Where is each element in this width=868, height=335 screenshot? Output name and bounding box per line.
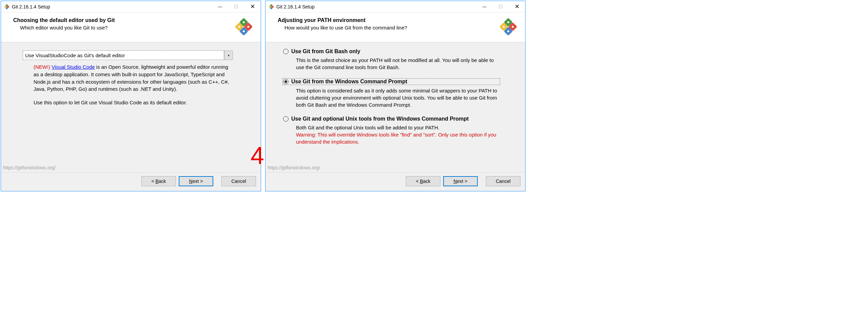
- new-tag: (NEW!): [34, 64, 50, 70]
- git-logo-icon: [234, 17, 254, 37]
- minimize-button[interactable]: —: [212, 1, 228, 12]
- step-number-overlay: 4: [251, 143, 264, 168]
- radio-option-bash-only[interactable]: Use Git from Git Bash only This is the s…: [283, 48, 500, 71]
- titlebar[interactable]: Git 2.16.1.4 Setup — ☐ ✕: [265, 1, 525, 13]
- footer-url[interactable]: https://gitforwindows.org/: [265, 164, 525, 172]
- minimize-button[interactable]: —: [476, 1, 493, 12]
- button-row: < Back Next > Cancel: [265, 172, 525, 191]
- back-button[interactable]: < Back: [406, 176, 440, 186]
- next-button[interactable]: Next >: [179, 176, 213, 186]
- window-title: Git 2.16.1.4 Setup: [276, 4, 476, 9]
- button-row: < Back Next > Cancel: [1, 172, 261, 191]
- radio-description: This option is considered safe as it onl…: [283, 87, 500, 108]
- radio-label: Use Git from the Windows Command Prompt: [291, 79, 407, 85]
- cancel-button[interactable]: Cancel: [486, 176, 520, 186]
- titlebar[interactable]: Git 2.16.1.4 Setup — ☐ ✕: [1, 1, 261, 13]
- back-button[interactable]: < Back: [141, 176, 176, 186]
- editor-combobox[interactable]: Use VisualStudioCode as Git's default ed…: [23, 50, 233, 60]
- radio-icon[interactable]: [283, 49, 289, 54]
- cancel-button[interactable]: Cancel: [221, 176, 256, 186]
- dialog-step-4: Git 2.16.1.4 Setup — ☐ ✕ Adjusting your …: [265, 1, 526, 191]
- radio-label: Use Git from Git Bash only: [291, 48, 360, 55]
- radio-description: This is the safest choice as your PATH w…: [283, 57, 500, 71]
- warning-text: Warning: This will override Windows tool…: [296, 132, 496, 145]
- window-title: Git 2.16.1.4 Setup: [12, 4, 212, 9]
- footer-url[interactable]: https://gitforwindows.org/: [1, 164, 261, 172]
- radio-description: Both Git and the optional Unix tools wil…: [283, 124, 500, 145]
- radio-icon[interactable]: [283, 79, 289, 84]
- radio-icon[interactable]: [283, 116, 289, 122]
- page-subtitle: Which editor would you like Git to use?: [13, 25, 234, 30]
- next-button[interactable]: Next >: [443, 176, 478, 186]
- dialog-step-3: Git 2.16.1.4 Setup — ☐ ✕ Choosing the de…: [1, 1, 261, 191]
- combobox-value[interactable]: Use VisualStudioCode as Git's default ed…: [23, 50, 224, 60]
- page-title: Adjusting your PATH environment: [278, 17, 498, 23]
- page-subtitle: How would you like to use Git from the c…: [278, 25, 498, 30]
- close-button[interactable]: ✕: [244, 1, 261, 12]
- maximize-button: ☐: [493, 1, 509, 12]
- header: Choosing the default editor used by Git …: [1, 13, 261, 42]
- radio-option-unix-tools[interactable]: Use Git and optional Unix tools from the…: [283, 116, 500, 145]
- page-title: Choosing the default editor used by Git: [13, 17, 234, 23]
- maximize-button: ☐: [228, 1, 244, 12]
- chevron-down-icon[interactable]: ▾: [224, 50, 233, 60]
- content-area: Use Git from Git Bash only This is the s…: [265, 42, 525, 164]
- git-app-icon: [4, 4, 10, 10]
- git-logo-icon: [498, 17, 518, 37]
- git-app-icon: [268, 4, 274, 10]
- editor-description: (NEW!) Visual Studio Code is an Open Sou…: [23, 63, 233, 106]
- radio-option-cmd-prompt[interactable]: Use Git from the Windows Command Prompt …: [283, 78, 500, 108]
- radio-label: Use Git and optional Unix tools from the…: [291, 116, 469, 122]
- content-area: Use VisualStudioCode as Git's default ed…: [1, 42, 261, 164]
- close-button[interactable]: ✕: [509, 1, 525, 12]
- vscode-link[interactable]: Visual Studio Code: [52, 64, 95, 70]
- header: Adjusting your PATH environment How woul…: [265, 13, 525, 42]
